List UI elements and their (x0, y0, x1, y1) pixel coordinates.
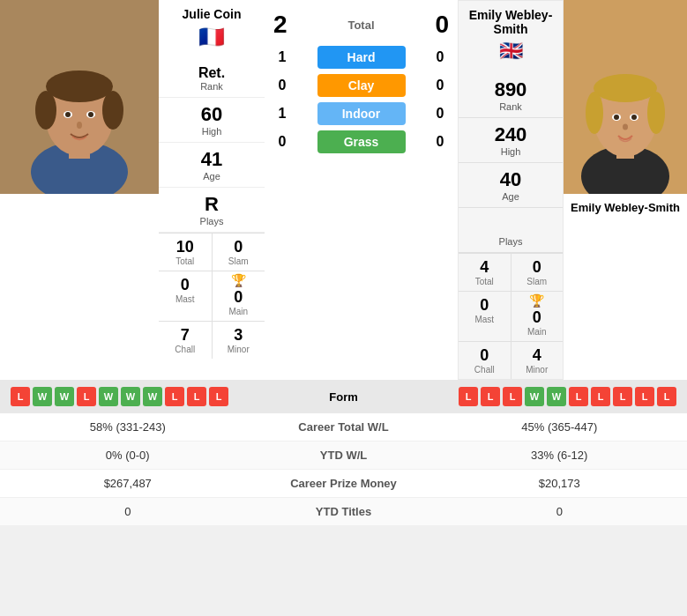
right-clay-score: 0 (427, 78, 453, 93)
svg-point-10 (65, 112, 71, 117)
left-form-badge: L (187, 387, 206, 406)
left-slam-val: 0 (214, 238, 264, 256)
left-rank-val: Ret. (164, 65, 259, 81)
left-player-stats-col: Julie Coin 🇫🇷 Ret. Rank 60 High 41 Age R (159, 0, 265, 380)
right-total-label: Total (460, 277, 509, 286)
right-form-badge: L (591, 387, 610, 406)
left-slam-label: Slam (214, 256, 264, 266)
right-plays-label: Plays (464, 236, 557, 247)
right-form-badge: L (613, 387, 632, 406)
left-form-badge: L (209, 387, 228, 406)
grass-row: 0 Grass 0 (265, 130, 458, 153)
svg-point-7 (102, 91, 123, 130)
stats-right-val: 0 (432, 505, 688, 518)
stats-left-val: 0% (0-0) (0, 449, 256, 462)
left-form-badge: W (143, 387, 162, 406)
stats-left-val: 58% (331-243) (0, 420, 256, 434)
stats-right-val: $20,173 (432, 477, 688, 490)
stats-center-label: Career Total W/L (256, 420, 432, 434)
indoor-row: 1 Indoor 0 (265, 102, 458, 125)
right-name-under: Emily Webley-Smith (564, 197, 687, 218)
right-age-val: 40 (464, 168, 557, 191)
left-form-badge: W (33, 387, 52, 406)
total-label: Total (347, 19, 374, 32)
left-form-badge: L (77, 387, 96, 406)
right-high-val: 240 (464, 123, 557, 146)
right-form-badge: W (525, 387, 544, 406)
left-mast-val: 0 (161, 276, 210, 294)
svg-point-6 (35, 91, 56, 130)
svg-point-11 (88, 112, 93, 117)
stats-right-val: 45% (365-447) (432, 420, 688, 434)
left-rank-label: Rank (164, 81, 259, 92)
right-hard-score: 0 (427, 49, 453, 65)
left-photo-col (0, 0, 159, 380)
left-form-badge: W (121, 387, 140, 406)
left-player-photo (0, 0, 159, 194)
right-minor-val: 4 (513, 346, 562, 365)
right-photo-col: Emily Webley-Smith (564, 0, 687, 380)
right-age-label: Age (464, 191, 557, 202)
clay-row: 0 Clay 0 (265, 74, 458, 97)
svg-point-23 (614, 115, 619, 120)
left-trophy-icon: 🏆 (231, 273, 246, 287)
right-slam-label: Slam (513, 277, 562, 286)
stats-left-val: $267,487 (0, 477, 256, 490)
right-total-val: 4 (460, 258, 509, 277)
stats-row: 0 YTD Titles 0 (0, 498, 687, 526)
left-age-label: Age (164, 171, 259, 182)
right-player-stats-col: Emily Webley-Smith 🇬🇧 890 Rank 240 High … (458, 0, 564, 380)
surface-rows: 1 Hard 0 0 Clay 0 1 Indoor 0 (265, 46, 458, 159)
right-player-flag: 🇬🇧 (462, 40, 559, 63)
left-plays-val: R (164, 193, 259, 216)
left-chall-label: Chall (161, 345, 210, 354)
left-form-badge: L (11, 387, 30, 406)
right-player-name: Emily Webley-Smith (462, 8, 559, 36)
left-total-label: Total (161, 256, 210, 266)
right-total-score: 0 (435, 11, 449, 39)
right-rank-label: Rank (464, 101, 557, 112)
right-form-badge: L (657, 387, 676, 406)
left-form-badge: L (165, 387, 184, 406)
stats-right-val: 33% (6-12) (432, 449, 688, 462)
right-high-label: High (464, 146, 557, 157)
stats-row: 0% (0-0) YTD W/L 33% (6-12) (0, 442, 687, 470)
left-clay-score: 0 (269, 78, 295, 93)
svg-point-24 (631, 115, 637, 120)
hard-row: 1 Hard 0 (265, 46, 458, 69)
left-indoor-score: 1 (269, 106, 295, 122)
right-trophy-icon: 🏆 (529, 293, 544, 308)
svg-point-5 (46, 71, 113, 102)
right-form-badge: L (503, 387, 522, 406)
right-slam-val: 0 (513, 258, 562, 277)
indoor-badge: Indoor (317, 102, 406, 125)
svg-point-18 (594, 74, 657, 102)
left-age-val: 41 (164, 148, 259, 171)
right-mast-label: Mast (460, 315, 509, 324)
left-main-val: 0 (214, 288, 264, 307)
right-form-badges: LLLWWLLLLL (459, 387, 676, 406)
right-rank-val: 890 (464, 78, 557, 101)
right-form-badge: L (569, 387, 588, 406)
left-minor-val: 3 (214, 326, 264, 345)
svg-point-25 (623, 124, 628, 130)
form-section: LWWLWWWLLL Form LLLWWLLLLL (0, 380, 687, 413)
right-minor-label: Minor (513, 365, 562, 375)
right-form-badge: L (635, 387, 654, 406)
right-player-photo (564, 0, 687, 194)
left-form-badge: W (99, 387, 118, 406)
right-indoor-score: 0 (427, 106, 453, 122)
right-form-badge: L (481, 387, 500, 406)
stats-left-val: 0 (0, 505, 256, 518)
left-high-val: 60 (164, 103, 259, 126)
left-form-badge: W (55, 387, 74, 406)
left-player-name: Julie Coin (162, 7, 261, 21)
right-form-badge: W (547, 387, 566, 406)
stats-table: 58% (331-243) Career Total W/L 45% (365-… (0, 413, 687, 526)
stats-center-label: Career Prize Money (256, 477, 432, 490)
right-mast-val: 0 (460, 296, 509, 315)
stats-center-label: YTD W/L (256, 449, 432, 462)
left-grass-score: 0 (269, 134, 295, 150)
left-high-label: High (164, 126, 259, 137)
stats-row: $267,487 Career Prize Money $20,173 (0, 470, 687, 498)
